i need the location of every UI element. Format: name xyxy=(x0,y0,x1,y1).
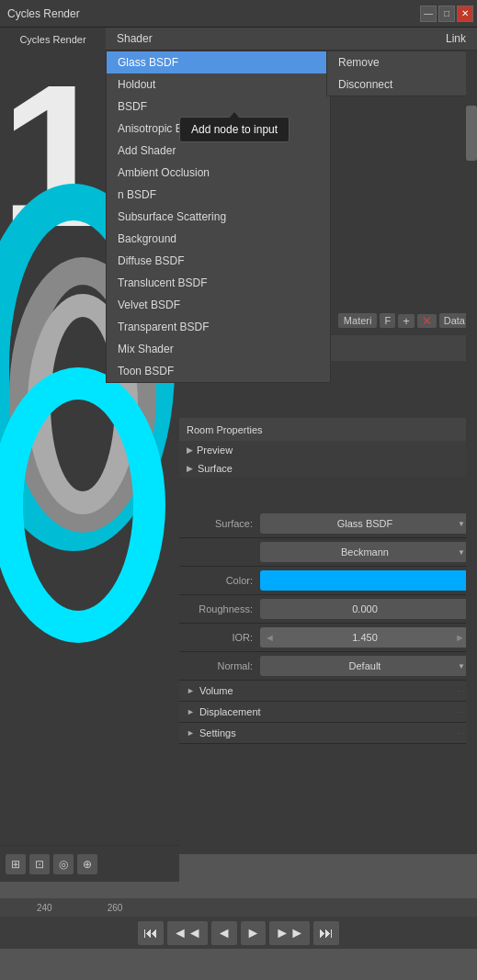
tooltip-text: Add node to input xyxy=(191,123,278,136)
dropdown-item-velvet[interactable]: Velvet BSDF xyxy=(107,294,330,316)
ior-prop-label: IOR: xyxy=(187,632,260,643)
color-prop-label: Color: xyxy=(187,575,260,586)
surface-value: Glass BSDF xyxy=(337,518,393,529)
remove-button[interactable]: Remove xyxy=(327,51,472,73)
ior-value: 1.450 xyxy=(352,632,378,643)
preview-label: Preview xyxy=(197,445,233,456)
icon-btn-4[interactable]: ⊕ xyxy=(77,854,97,874)
nav-prev-prev-button[interactable]: ◄◄ xyxy=(167,921,208,945)
nav-first-button[interactable]: ⏮ xyxy=(138,921,164,945)
add-material-button[interactable]: + xyxy=(398,314,415,328)
displacement-arrow-icon: ► xyxy=(187,707,195,716)
minimize-button[interactable]: — xyxy=(420,6,437,22)
dropdown-item-mix-shader[interactable]: Mix Shader xyxy=(107,338,330,360)
dropdown-item-toon[interactable]: Toon BSDF xyxy=(107,360,330,382)
surface-section[interactable]: ▶ Surface xyxy=(179,459,477,478)
tooltip: Add node to input xyxy=(179,117,290,142)
menu-item-link[interactable]: Link xyxy=(435,28,477,50)
nav-prev-button[interactable]: ◄ xyxy=(211,921,237,945)
close-button[interactable]: ✕ xyxy=(457,6,473,22)
dropdown-panel: Glass BSDF Holdout BSDF Anisotropic BSDF… xyxy=(106,51,331,383)
normal-dropdown[interactable]: Default xyxy=(260,656,470,676)
right-menu: Remove Disconnect xyxy=(326,51,473,96)
scrollbar-thumb[interactable] xyxy=(466,106,477,161)
icon-btn-3[interactable]: ◎ xyxy=(53,854,74,874)
surface-prop-row: Surface: Glass BSDF xyxy=(179,510,477,538)
dropdown-item-holdout[interactable]: Holdout xyxy=(107,73,330,96)
frame-start: 240 xyxy=(37,903,52,913)
materi-button[interactable]: Materi xyxy=(338,313,378,328)
bottom-icons-area: ⊞ ⊡ ◎ ⊕ xyxy=(0,845,179,882)
dropdown-item-n-bsdf[interactable]: n BSDF xyxy=(107,184,330,206)
settings-section[interactable]: ► Settings ··· xyxy=(179,723,477,744)
normal-value: Default xyxy=(349,660,381,671)
nav-last-button[interactable]: ⏭ xyxy=(313,921,339,945)
arc-cyan2 xyxy=(0,367,165,643)
scrollbar-right[interactable] xyxy=(466,51,477,854)
menu-item-shader[interactable]: Shader xyxy=(106,28,164,50)
surface-arrow-icon: ▶ xyxy=(187,464,193,473)
surface-dropdown[interactable]: Glass BSDF xyxy=(260,513,470,534)
roughness-prop-label: Roughness: xyxy=(187,603,260,614)
displacement-section[interactable]: ► Displacement ··· xyxy=(179,702,477,723)
icon-btn-1[interactable]: ⊞ xyxy=(6,854,26,874)
menu-bar: Shader Link xyxy=(106,28,477,51)
cycles-render-label: Cycles Render xyxy=(19,34,85,45)
maximize-button[interactable]: □ xyxy=(438,6,455,22)
title-bar: Cycles Render — □ ✕ xyxy=(0,0,477,28)
dropdown-item-subsurface[interactable]: Subsurface Scattering xyxy=(107,206,330,228)
settings-label: Settings xyxy=(199,727,236,738)
volume-arrow-icon: ► xyxy=(187,686,195,695)
ior-prop-row: IOR: ◄ 1.450 ► xyxy=(179,624,477,652)
roughness-input[interactable]: 0.000 xyxy=(260,599,470,619)
dropdown-item-diffuse[interactable]: Diffuse BSDF xyxy=(107,250,330,272)
ior-input[interactable]: ◄ 1.450 ► xyxy=(260,627,470,648)
frame-numbers: 240 260 xyxy=(0,898,477,917)
nav-play-button[interactable]: ► xyxy=(241,921,267,945)
dropdown-item-background[interactable]: Background xyxy=(107,228,330,250)
dropdown-item-transparent[interactable]: Transparent BSDF xyxy=(107,316,330,338)
data-button[interactable]: Data xyxy=(439,313,470,328)
distribution-value: Beckmann xyxy=(341,546,389,558)
dropdown-item-glass-bsdf[interactable]: Glass BSDF xyxy=(107,51,330,73)
color-swatch[interactable] xyxy=(260,570,470,591)
color-prop-row: Color: xyxy=(179,567,477,595)
surface-label: Surface xyxy=(198,463,233,474)
volume-label: Volume xyxy=(199,685,233,696)
preview-arrow-icon: ▶ xyxy=(187,445,193,455)
settings-arrow-icon: ► xyxy=(187,728,195,738)
nav-next-next-button[interactable]: ►► xyxy=(269,921,310,945)
dropdown-item-ambient[interactable]: Ambient Occlusion xyxy=(107,162,330,184)
distribution-prop-row: Beckmann xyxy=(179,538,477,567)
disconnect-button[interactable]: Disconnect xyxy=(327,73,472,96)
room-properties-label: Room Properties xyxy=(187,424,263,435)
ior-left-arrow: ◄ xyxy=(260,632,275,643)
roughness-value: 0.000 xyxy=(352,603,378,614)
dropdown-item-translucent[interactable]: Translucent BSDF xyxy=(107,272,330,294)
nav-buttons: ⏮ ◄◄ ◄ ► ►► ⏭ xyxy=(0,917,477,949)
dropdown-item-add-shader[interactable]: Add Shader xyxy=(107,140,330,162)
displacement-label: Displacement xyxy=(199,706,261,717)
roughness-prop-row: Roughness: 0.000 xyxy=(179,595,477,624)
frame-end: 260 xyxy=(108,903,123,913)
preview-area[interactable]: ▶ Preview xyxy=(179,441,477,459)
icon-btn-2[interactable]: ⊡ xyxy=(29,854,50,874)
window-title: Cycles Render xyxy=(0,7,80,20)
dropdown-item-bsdf[interactable]: BSDF xyxy=(107,96,330,118)
f-button[interactable]: F xyxy=(380,313,395,328)
volume-section[interactable]: ► Volume ··· xyxy=(179,681,477,702)
normal-prop-label: Normal: xyxy=(187,660,260,671)
normal-prop-row: Normal: Default xyxy=(179,652,477,681)
room-properties-bar: Room Properties xyxy=(179,418,477,441)
distribution-dropdown[interactable]: Beckmann xyxy=(260,542,470,562)
surface-prop-label: Surface: xyxy=(187,518,260,529)
window-controls: — □ ✕ xyxy=(420,6,477,22)
cycles-render-area: Cycles Render xyxy=(0,28,106,51)
remove-material-button[interactable]: ✕ xyxy=(417,314,437,328)
properties-panel: Surface: Glass BSDF Beckmann Color: Roug… xyxy=(179,510,477,744)
